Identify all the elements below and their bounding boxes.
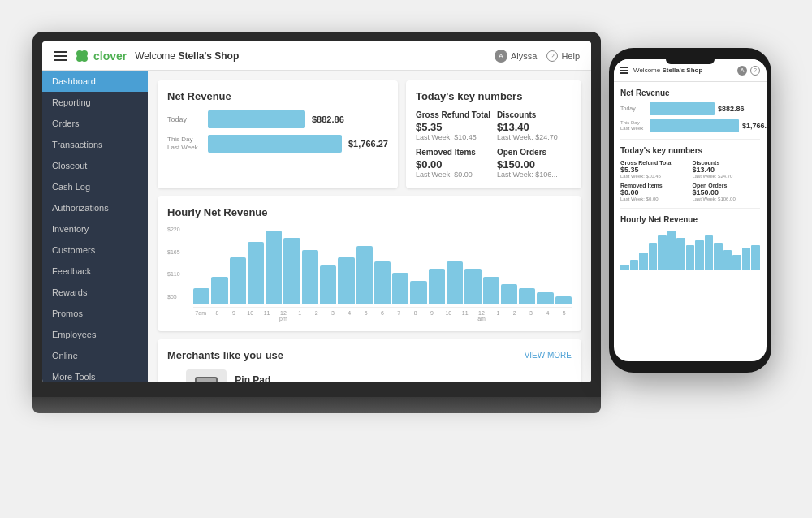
lastweek-value: $1,766.27 xyxy=(348,139,388,149)
help-label: Help xyxy=(561,51,580,61)
x-label-12: 7 xyxy=(391,310,406,322)
kn-removed-label: Removed Items xyxy=(416,148,490,157)
phone-bar-2 xyxy=(639,253,648,270)
y-label-55: $55 xyxy=(167,294,180,300)
phone-bar-3 xyxy=(649,243,658,270)
phone-kn-disc-sub: Last Week: $24.70 xyxy=(693,174,761,179)
chart-bar-4 xyxy=(266,231,282,304)
sidebar-item-orders[interactable]: Orders xyxy=(42,113,148,134)
lastweek-bar-wrap: $1,766.27 xyxy=(208,135,388,153)
sidebar-item-reporting[interactable]: Reporting xyxy=(42,92,148,113)
user-name: Alyssa xyxy=(511,51,537,61)
sidebar-item-rewards[interactable]: Rewards xyxy=(42,282,148,303)
today-bar-wrap: $882.86 xyxy=(208,110,388,128)
phone-lastweek-value: $1,766.27 xyxy=(742,122,767,130)
x-label-17: 12 am xyxy=(474,310,489,322)
scene: clover Welcome Stella's Shop A Alyssa ? xyxy=(16,15,796,503)
net-revenue-title: Net Revenue xyxy=(167,90,388,102)
merchants-card: Merchants like you use VIEW MORE ‹ xyxy=(158,339,581,382)
phone-today-row: Today $882.86 xyxy=(620,102,760,115)
chart-bar-2 xyxy=(230,257,246,304)
x-label-9: 4 xyxy=(342,310,356,322)
x-label-20: 3 xyxy=(524,310,538,322)
sidebar-item-customers[interactable]: Customers xyxy=(42,240,148,261)
phone-hamburger-icon[interactable] xyxy=(620,67,628,74)
hamburger-menu-icon[interactable] xyxy=(54,51,67,61)
sidebar: Dashboard Reporting Orders Transactions … xyxy=(42,71,148,382)
chart-bar-3 xyxy=(248,242,264,304)
x-label-11: 6 xyxy=(375,310,390,322)
today-label: Today xyxy=(167,115,208,123)
phone-kn-disc-label: Discounts xyxy=(693,160,761,166)
kn-gross-refund-sub: Last Week: $10.45 xyxy=(416,133,490,141)
app-header: clover Welcome Stella's Shop A Alyssa ? xyxy=(42,41,591,71)
sidebar-item-dashboard[interactable]: Dashboard xyxy=(42,71,148,92)
key-numbers-title: Today's key numbers xyxy=(416,90,572,102)
kn-discounts: Discounts $13.40 Last Week: $24.70 xyxy=(497,110,572,141)
main-content: Net Revenue Today $882.86 This Day xyxy=(148,71,591,382)
chart-bar-11 xyxy=(392,273,408,304)
chart-bar-9 xyxy=(356,246,373,304)
phone-kn-gross-label: Gross Refund Total xyxy=(620,160,689,166)
header-welcome: Welcome Stella's Shop xyxy=(135,50,486,62)
phone-kn-grid: Gross Refund Total $5.35 Last Week: $10.… xyxy=(620,160,760,201)
x-label-4: 11 xyxy=(259,310,274,322)
phone-kn-removed-value: $0.00 xyxy=(620,188,689,196)
help-icon: ? xyxy=(546,50,558,62)
kn-open-orders-value: $150.00 xyxy=(497,158,572,171)
chart-title: Hourly Net Revenue xyxy=(167,206,572,218)
phone-kn-gross: Gross Refund Total $5.35 Last Week: $10.… xyxy=(620,160,689,179)
phone-kn-gross-sub: Last Week: $10.45 xyxy=(620,174,689,179)
chart-bar-20 xyxy=(555,296,572,304)
phone-kn-open-sub: Last Week: $106.00 xyxy=(693,196,761,201)
view-more-link[interactable]: VIEW MORE xyxy=(525,351,572,360)
x-label-0: 7am xyxy=(193,310,208,322)
x-label-6: 1 xyxy=(292,310,307,322)
x-label-13: 8 xyxy=(408,310,422,322)
phone-kn-removed-sub: Last Week: $0.00 xyxy=(620,196,689,201)
phone-bar-8 xyxy=(695,240,704,270)
sidebar-item-more-tools[interactable]: More Tools xyxy=(42,366,148,382)
sidebar-item-closeout[interactable]: Closeout xyxy=(42,155,148,176)
kn-discounts-value: $13.40 xyxy=(497,121,572,133)
x-label-5: 12 pm xyxy=(276,310,291,322)
help-button[interactable]: ? Help xyxy=(546,50,580,62)
phone-bar-12 xyxy=(732,255,741,270)
chart-bar-18 xyxy=(519,288,535,304)
phone-content: Net Revenue Today $882.86 This DayLast W… xyxy=(614,82,767,361)
merchant-info: Pin Pad by Clover Take debit card and EM… xyxy=(235,374,365,383)
x-label-18: 1 xyxy=(490,310,505,322)
lastweek-revenue-row: This DayLast Week $1,766.27 xyxy=(167,135,388,153)
phone-avatar[interactable]: A xyxy=(737,66,747,76)
pin-pad-icon xyxy=(192,375,221,382)
chart-bar-10 xyxy=(374,261,391,304)
phone-help-icon[interactable]: ? xyxy=(750,66,760,76)
phone-welcome-text: Welcome Stella's Shop xyxy=(633,67,732,74)
chart-bar-14 xyxy=(447,261,463,304)
clover-brand-text: clover xyxy=(93,50,127,63)
sidebar-item-transactions[interactable]: Transactions xyxy=(42,134,148,155)
key-numbers-card: Today's key numbers Gross Refund Total $… xyxy=(406,80,581,188)
svg-point-3 xyxy=(81,55,88,62)
chart-bar-6 xyxy=(302,250,318,304)
today-bar xyxy=(208,110,305,128)
sidebar-item-online[interactable]: Online xyxy=(42,345,148,366)
x-label-15: 10 xyxy=(441,310,456,322)
sidebar-item-feedback[interactable]: Feedback xyxy=(42,261,148,282)
top-row: Net Revenue Today $882.86 This Day xyxy=(158,80,581,188)
phone-key-numbers-title: Today's key numbers xyxy=(620,146,760,155)
phone-bar-7 xyxy=(686,245,695,270)
sidebar-item-promos[interactable]: Promos xyxy=(42,303,148,324)
phone-screen: Welcome Stella's Shop A ? Net Revenue To… xyxy=(614,59,767,361)
sidebar-item-inventory[interactable]: Inventory xyxy=(42,218,148,240)
laptop-screen: clover Welcome Stella's Shop A Alyssa ? xyxy=(42,41,591,382)
net-revenue-card: Net Revenue Today $882.86 This Day xyxy=(158,80,398,188)
today-revenue-row: Today $882.86 xyxy=(167,110,388,128)
phone-today-label: Today xyxy=(620,106,650,112)
sidebar-item-employees[interactable]: Employees xyxy=(42,324,148,345)
sidebar-item-cash-log[interactable]: Cash Log xyxy=(42,176,148,197)
phone-kn-disc-value: $13.40 xyxy=(693,166,761,174)
user-menu[interactable]: A Alyssa xyxy=(495,50,537,63)
sidebar-item-authorizations[interactable]: Authorizations xyxy=(42,197,148,218)
phone-lastweek-row: This DayLast Week $1,766.27 xyxy=(620,119,760,132)
